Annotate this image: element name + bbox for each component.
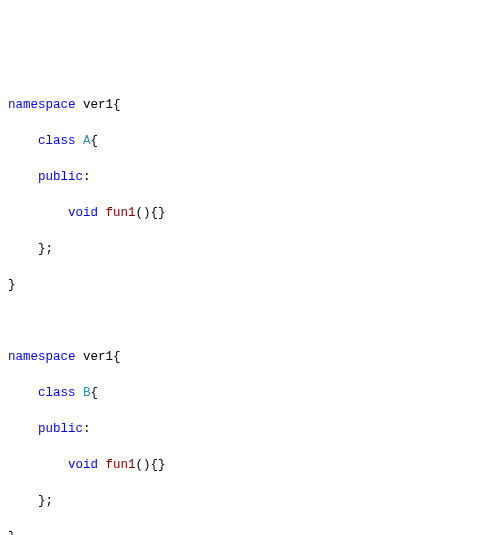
brace-close: } xyxy=(8,530,16,535)
type-name: B xyxy=(83,386,91,400)
keyword-namespace: namespace xyxy=(8,350,76,364)
brace-close-semi: }; xyxy=(38,242,53,256)
code-line: } xyxy=(8,276,492,294)
code-block: namespace ver1{ class A{ public: void fu… xyxy=(8,78,492,535)
keyword-public: public xyxy=(38,422,83,436)
function-name: fun1 xyxy=(106,458,136,472)
colon: : xyxy=(83,170,91,184)
brace-close-semi: }; xyxy=(38,494,53,508)
type-name: A xyxy=(83,134,91,148)
brace-open: { xyxy=(113,98,121,112)
keyword-class: class xyxy=(38,134,76,148)
keyword-void: void xyxy=(68,458,98,472)
brace-open: { xyxy=(91,386,99,400)
code-line: public: xyxy=(8,420,492,438)
code-line: }; xyxy=(8,240,492,258)
keyword-void: void xyxy=(68,206,98,220)
parens-braces: (){} xyxy=(136,206,166,220)
code-line: namespace ver1{ xyxy=(8,96,492,114)
code-line: } xyxy=(8,528,492,535)
code-line: class A{ xyxy=(8,132,492,150)
brace-open: { xyxy=(113,350,121,364)
code-line: void fun1(){} xyxy=(8,204,492,222)
code-line: namespace ver1{ xyxy=(8,348,492,366)
brace-open: { xyxy=(91,134,99,148)
keyword-namespace: namespace xyxy=(8,98,76,112)
blank-line xyxy=(8,312,492,330)
identifier: ver1 xyxy=(83,98,113,112)
function-name: fun1 xyxy=(106,206,136,220)
keyword-public: public xyxy=(38,170,83,184)
brace-close: } xyxy=(8,278,16,292)
code-line: public: xyxy=(8,168,492,186)
identifier: ver1 xyxy=(83,350,113,364)
code-line: }; xyxy=(8,492,492,510)
code-line: void fun1(){} xyxy=(8,456,492,474)
colon: : xyxy=(83,422,91,436)
keyword-class: class xyxy=(38,386,76,400)
code-line: class B{ xyxy=(8,384,492,402)
parens-braces: (){} xyxy=(136,458,166,472)
